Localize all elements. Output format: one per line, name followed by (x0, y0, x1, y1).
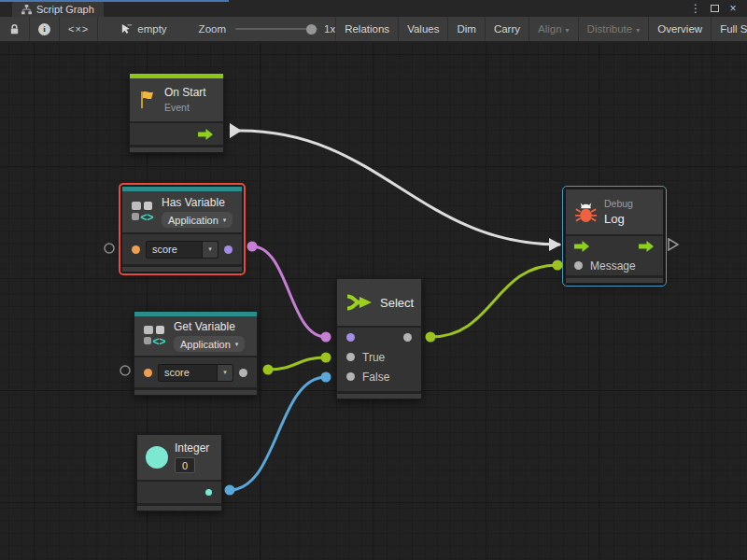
align-dropdown-button[interactable]: Align▾ (529, 17, 578, 41)
maximize-icon[interactable] (708, 0, 721, 17)
node-body: True False (337, 326, 421, 391)
flag-icon (138, 90, 158, 110)
false-port-label: False (362, 371, 389, 384)
tab-bar: Script Graph ⋮ × (0, 0, 747, 17)
tab-title: Script Graph (36, 4, 94, 15)
true-input-port[interactable] (346, 353, 355, 361)
node-subtitle: Debug (604, 198, 633, 210)
node-has-variable[interactable]: <> Has Variable Application ▾ score ▾ (121, 186, 243, 273)
zoom-control: Zoom 1x (199, 23, 336, 35)
result-output-port[interactable] (224, 245, 233, 254)
bug-icon (574, 200, 598, 224)
message-port-label: Message (590, 259, 636, 273)
field-dropdown-button[interactable]: ▾ (202, 242, 218, 258)
svg-text:<>: <> (153, 335, 166, 347)
node-title: Select (380, 296, 414, 310)
node-get-variable[interactable]: <> Get Variable Application ▾ score ▾ (134, 311, 258, 396)
node-header: <> Get Variable Application ▾ (134, 316, 257, 356)
variable-name-input-port[interactable] (132, 245, 140, 254)
dim-button[interactable]: Dim (447, 17, 484, 41)
node-title: On Start (164, 86, 206, 100)
focus-accent-line (0, 0, 229, 2)
relation-cursor-icon (120, 23, 133, 35)
field-dropdown-button[interactable]: ▾ (217, 365, 233, 381)
chevron-down-icon: ▾ (223, 216, 227, 224)
node-footer (122, 264, 242, 272)
values-button[interactable]: Values (398, 17, 447, 41)
selection-output-port[interactable] (403, 333, 412, 342)
carry-button[interactable]: Carry (485, 17, 529, 41)
lock-button[interactable] (0, 17, 30, 41)
variable-name-field[interactable]: score ▾ (146, 241, 218, 259)
zoom-slider-knob[interactable] (306, 24, 317, 35)
toolbar-button-group: Relations Values Dim Carry Align▾ Distri… (335, 17, 747, 41)
node-subtitle: Event (164, 102, 206, 114)
node-title: Has Variable (162, 196, 233, 210)
trigger-output-port[interactable] (639, 241, 655, 252)
window-menu-icon[interactable]: ⋮ (689, 0, 702, 17)
graph-toolbar: i <×> empty Zoom 1x Relations Values Dim… (0, 17, 747, 42)
selection-status-label: empty (137, 23, 166, 35)
variable-name-field[interactable]: score ▾ (158, 364, 233, 382)
node-on-start[interactable]: On Start Event (129, 73, 224, 153)
node-debug-log[interactable]: Debug Log Message (565, 189, 664, 284)
zoom-value: 1x (324, 23, 335, 35)
variable-scope-dropdown[interactable]: Application ▾ (174, 336, 245, 352)
value-output-port[interactable] (239, 369, 247, 377)
chevron-down-icon: ▾ (208, 245, 212, 253)
integer-value-field[interactable]: 0 (175, 457, 195, 473)
node-title: Integer (175, 441, 209, 455)
true-port-label: True (362, 351, 385, 364)
condition-input-port[interactable] (346, 333, 355, 342)
variables-icon: <> (131, 201, 155, 223)
chevron-down-icon: ▾ (566, 24, 570, 35)
node-body (137, 480, 221, 503)
code-view-button[interactable]: <×> (60, 17, 98, 41)
lock-icon (8, 23, 21, 35)
selection-status: empty (120, 23, 166, 35)
node-body: Message (566, 234, 663, 275)
node-footer (137, 503, 221, 511)
node-title: Log (604, 212, 633, 226)
variable-name-value: score (159, 365, 217, 381)
tab-script-graph[interactable]: Script Graph (12, 2, 104, 17)
graph-hierarchy-icon (21, 5, 32, 15)
node-footer (134, 387, 257, 395)
node-title: Get Variable (174, 320, 245, 334)
inspect-button[interactable]: i (30, 17, 60, 41)
node-footer (566, 275, 663, 283)
variable-scope-value: Application (180, 339, 231, 350)
info-icon: i (38, 23, 50, 35)
node-header: Select (337, 279, 421, 326)
variable-name-input-port[interactable] (144, 369, 152, 377)
node-body (130, 121, 223, 145)
node-select[interactable]: Select True False (336, 278, 422, 399)
node-footer (130, 145, 223, 152)
chevron-down-icon: ▾ (636, 24, 640, 35)
close-icon[interactable]: × (726, 0, 740, 17)
node-header: Debug Log (566, 189, 663, 234)
variables-icon: <> (143, 325, 167, 347)
node-integer[interactable]: Integer 0 (136, 434, 222, 511)
code-icon: <×> (68, 23, 89, 35)
variable-scope-dropdown[interactable]: Application ▾ (162, 212, 233, 228)
distribute-dropdown-button[interactable]: Distribute▾ (578, 17, 649, 41)
relations-button[interactable]: Relations (335, 17, 398, 41)
trigger-input-port[interactable] (574, 241, 590, 252)
node-header: <> Has Variable Application ▾ (122, 191, 242, 232)
node-footer (337, 391, 421, 399)
svg-text:<>: <> (141, 211, 154, 223)
message-input-port[interactable] (574, 261, 583, 270)
variable-scope-value: Application (168, 215, 218, 226)
chevron-down-icon: ▾ (235, 340, 239, 348)
overview-button[interactable]: Overview (648, 17, 711, 41)
script-graph-window: Script Graph ⋮ × i <×> empty Zoom (0, 0, 747, 560)
chevron-down-icon: ▾ (223, 369, 227, 376)
node-header: On Start Event (130, 78, 223, 121)
zoom-slider[interactable] (235, 28, 317, 30)
full-screen-button[interactable]: Full Screen (711, 17, 747, 41)
trigger-output-port[interactable] (198, 129, 214, 140)
false-input-port[interactable] (346, 372, 355, 381)
integer-output-port[interactable] (205, 489, 212, 496)
integer-type-icon (146, 446, 168, 469)
